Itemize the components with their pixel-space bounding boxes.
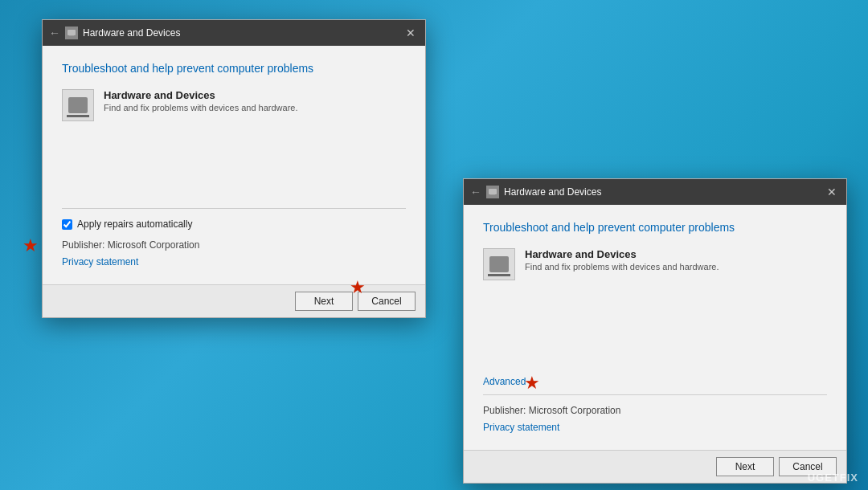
dialog-heading-1: Troubleshoot and help prevent computer p… [62, 62, 406, 75]
privacy-link-1[interactable]: Privacy statement [62, 256, 138, 267]
close-button-2[interactable]: ✕ [824, 184, 840, 200]
title-bar-2: ← Hardware and Devices ✕ [464, 179, 846, 205]
back-button-1[interactable]: ← [49, 27, 60, 39]
annotation-star-1: ★ [23, 237, 39, 255]
advanced-link[interactable]: Advanced [483, 376, 526, 387]
next-button-2[interactable]: Next [716, 457, 774, 476]
svg-rect-0 [68, 30, 76, 35]
apply-repairs-checkbox[interactable] [62, 219, 72, 230]
item-title-2: Hardware and Devices [525, 248, 719, 260]
close-button-1[interactable]: ✕ [403, 25, 419, 41]
dialog-heading-2: Troubleshoot and help prevent computer p… [483, 221, 827, 234]
publisher-info-2: Publisher: Microsoft Corporation [483, 405, 827, 416]
item-desc-2: Find and fix problems with devices and h… [525, 262, 719, 272]
dialog-body-1: Troubleshoot and help prevent computer p… [43, 46, 425, 284]
item-desc-1: Find and fix problems with devices and h… [104, 103, 298, 112]
title-text-1: Hardware and Devices [83, 27, 403, 39]
next-button-1[interactable]: Next [295, 292, 353, 311]
publisher-info-1: Publisher: Microsoft Corporation [62, 239, 406, 251]
title-text-2: Hardware and Devices [504, 186, 824, 198]
cancel-button-1[interactable]: Cancel [358, 292, 416, 311]
titlebar-icon-2 [486, 186, 499, 198]
dialog-footer-2: Next Cancel [464, 450, 846, 483]
title-bar-1: ← Hardware and Devices ✕ [43, 20, 425, 46]
dialog-1: ← Hardware and Devices ✕ Troubleshoot an… [42, 19, 426, 318]
troubleshooter-item-2: Hardware and Devices Find and fix proble… [483, 248, 827, 280]
dialog-2: ← Hardware and Devices ✕ Troubleshoot an… [463, 178, 847, 484]
divider-1 [62, 208, 406, 209]
dialog-body-2: Troubleshoot and help prevent computer p… [464, 205, 846, 450]
divider-2 [483, 394, 827, 395]
checkbox-label-1: Apply repairs automatically [77, 218, 192, 230]
troubleshooter-item-1: Hardware and Devices Find and fix proble… [62, 89, 406, 121]
svg-rect-1 [69, 35, 74, 36]
item-icon-2 [483, 248, 515, 280]
svg-rect-2 [489, 189, 497, 194]
back-button-2[interactable]: ← [470, 186, 481, 198]
item-icon-1 [62, 89, 94, 121]
titlebar-icon-1 [65, 27, 78, 39]
item-text-1: Hardware and Devices Find and fix proble… [104, 89, 298, 112]
privacy-link-2[interactable]: Privacy statement [483, 422, 559, 433]
item-title-1: Hardware and Devices [104, 89, 298, 101]
svg-rect-3 [490, 194, 495, 195]
checkbox-row-1: Apply repairs automatically [62, 218, 406, 230]
watermark: UGETFIX [808, 472, 858, 484]
dialog-footer-1: Next Cancel [43, 284, 425, 317]
item-text-2: Hardware and Devices Find and fix proble… [525, 248, 719, 272]
